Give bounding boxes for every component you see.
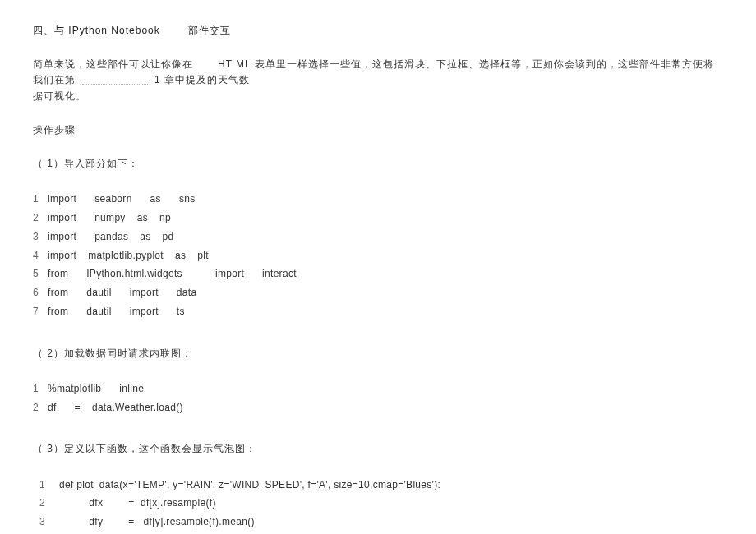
heading-prefix: 四、与 [33,25,65,36]
dotted-fill [82,76,148,85]
intro-t2: HT ML [218,58,251,70]
code-content: %matplotlibinline [48,380,144,398]
code-content: fromIPython.html.widgetsimportinteract [48,265,297,283]
code-content: dfx= df[x].resample(f) [59,494,216,513]
code-line: 3 dfy= df[y].resample(f).mean() [33,513,723,532]
line-number: 2 [33,209,48,228]
code-content: df=data.Weather.load() [48,398,183,417]
code-content: fromdautilimportdata [48,283,196,302]
line-number: 2 [33,398,48,417]
intro-paragraph: 简单来说，这些部件可以让你像在HT ML 表单里一样选择一些值，这包括滑块、下拉… [33,57,723,104]
intro-t4: 1 章中提及的天气数 [154,74,250,85]
code-line: 1 %matplotlibinline [33,380,723,398]
code-content: def plot_data(x='TEMP', y='RAIN', z='WIN… [59,476,440,495]
section-heading: 四、与 IPython Notebook 部件交互 [33,23,723,39]
code-line: 7 fromdautilimportts [33,302,723,321]
heading-term: IPython Notebook [68,25,159,36]
code-block-3: 1 def plot_data(x='TEMP', y='RAIN', z='W… [33,476,723,534]
code-content: importseabornassns [48,190,195,209]
line-number: 2 [33,494,59,513]
step-3-label: （ 3）定义以下函数，这个函数会显示气泡图： [33,441,723,457]
intro-t1: 简单来说，这些部件可以让你像在 [33,58,193,70]
code-line: 1 def plot_data(x='TEMP', y='RAIN', z='W… [33,476,723,495]
code-block-2: 1 %matplotlibinline 2 df=data.Weather.lo… [33,380,723,417]
code-content: fromdautilimportts [48,302,185,321]
code-line: 2 dfx= df[x].resample(f) [33,494,723,513]
code-line: 1 importseabornassns [33,190,723,209]
line-number: 1 [33,476,59,495]
code-line: 2 importnumpyasnp [33,209,723,228]
step-2-label: （ 2）加载数据同时请求内联图： [33,346,723,361]
code-line: 5 fromIPython.html.widgetsimportinteract [33,265,723,283]
heading-suffix: 部件交互 [188,25,231,36]
code-block-1: 1 importseabornassns 2 importnumpyasnp 3… [33,190,723,321]
step-1-label: （ 1）导入部分如下： [33,156,723,172]
line-number: 1 [33,190,48,209]
line-number: 4 [33,246,48,265]
code-line: 2 df=data.Weather.load() [33,398,723,417]
code-content: importmatplotlib.pyplotasplt [48,246,209,265]
line-number: 3 [33,228,48,246]
intro-t5: 据可视化。 [33,90,86,102]
code-content: dfy= df[y].resample(f).mean() [59,513,255,532]
code-content: importnumpyasnp [48,209,171,228]
steps-header: 操作步骤 [33,122,723,138]
line-number: 3 [33,513,59,532]
code-line: 4 importmatplotlib.pyplotasplt [33,246,723,265]
line-number: 1 [33,380,48,398]
code-line: 3 importpandasaspd [33,228,723,246]
code-content: importpandasaspd [48,228,174,246]
code-line: 6 fromdautilimportdata [33,283,723,302]
line-number: 7 [33,302,48,321]
line-number: 6 [33,283,48,302]
line-number: 5 [33,265,48,283]
